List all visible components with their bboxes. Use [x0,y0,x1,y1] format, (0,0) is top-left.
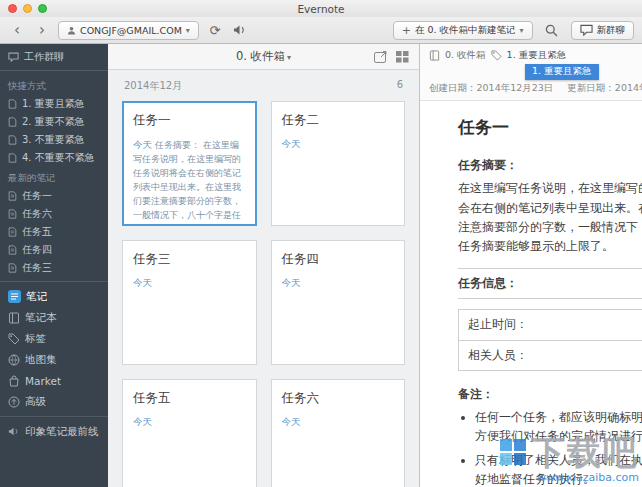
caret-down-icon: ▾ [519,26,523,35]
month-label: 2014年12月 [124,79,182,93]
note-title[interactable]: 任务一 [458,114,642,141]
note-card[interactable]: 任务二 今天 [271,101,406,226]
tag-input[interactable]: 1. 重要且紧急 [507,49,567,62]
megaphone-icon [233,24,247,36]
notes-icon [8,290,21,303]
nav-label: 地图集 [25,353,57,367]
card-date: 今天 [282,277,395,290]
info-table-header: 任务信息： [458,268,642,299]
summary-label: 任务摘要： [458,156,642,175]
sidebar-item-atlas[interactable]: 地图集 [0,349,108,370]
sync-button[interactable]: ⟳ [206,21,224,39]
card-date: 今天 [133,277,246,290]
tag-icon [8,333,20,345]
sidebar-shortcut-3[interactable]: 3. 不重要紧急 [0,131,108,149]
sidebar-item-market[interactable]: Market [0,370,108,391]
updated-date: 更新日期：2014年12月23日 [567,82,642,93]
sidebar-item-tags[interactable]: 标签 [0,328,108,349]
card-title: 任务三 [133,251,246,268]
share-view-button[interactable] [374,50,388,63]
notebook-icon [8,312,20,324]
shortcuts-header: 快捷方式 [0,75,108,95]
card-title: 任务五 [133,390,246,407]
recent-note-item[interactable]: 任务六 [0,205,108,223]
note-info-bar: 0. 收件箱 1. 重要且紧急 1. 重要且紧急 创建日期：2014年12月23… [420,44,642,101]
card-date: 今天 [133,139,152,150]
new-chat-button[interactable]: 新群聊 [571,21,635,40]
card-date: 今天 [133,416,246,429]
plus-icon: + [402,25,411,36]
watermark: 下载吧 www.xiazaiba.com [500,435,639,484]
created-date: 创建日期：2014年12月23日 [429,82,553,93]
sidebar-shortcut-2[interactable]: 2. 重要不紧急 [0,113,108,131]
back-button[interactable]: ‹ [8,21,26,39]
account-switcher[interactable]: CONGJF@GMAIL.COM ▾ [58,21,199,40]
notebook-title-dropdown[interactable]: 0. 收件箱▾ [108,49,419,64]
recent-note-label: 任务一 [22,189,52,203]
recent-note-item[interactable]: 任务三 [0,259,108,277]
sidebar-divider [0,70,108,71]
recent-note-item[interactable]: 任务五 [0,223,108,241]
sidebar-item-notes[interactable]: 笔记 [0,286,108,307]
forward-button[interactable]: › [33,21,51,39]
note-icon [8,263,17,273]
note-card-selected[interactable]: 任务一 今天任务摘要： 在这里编写任务说明，在这里编写的任务说明将会在右侧的笔记… [122,101,257,226]
sidebar-item-notebooks[interactable]: 笔记本 [0,307,108,328]
shortcut-label: 4. 不重要不紧急 [22,151,95,165]
note-content-scroll[interactable]: 任务一 任务摘要： 在这里编写任务说明，在这里编写的任务说明将会在右侧的笔记列表… [420,101,642,487]
card-date: 今天 [282,138,395,151]
recent-note-item[interactable]: 任务四 [0,241,108,259]
note-card[interactable]: 任务四 今天 [271,240,406,365]
share-icon [374,50,388,63]
search-button[interactable] [543,21,561,39]
arrow-up-circle-icon [8,396,20,408]
announcements-button[interactable] [231,21,249,39]
shortcut-label: 1. 重要且紧急 [22,97,85,111]
summary-text: 在这里编写任务说明，在这里编写的任务说明将会在右侧的笔记列表中呈现出来。在这里我… [458,179,642,256]
card-title: 任务一 [133,112,246,129]
view-options-button[interactable] [396,51,409,63]
shortcut-icon [8,135,17,145]
watermark-url: www.xiazaiba.com [500,471,639,484]
card-title: 任务六 [282,390,395,407]
recent-notes-header: 最新的笔记 [0,167,108,187]
notes-label: 备注： [458,385,642,404]
sidebar-item-work-chat[interactable]: 工作群聊 [0,48,108,66]
sidebar-item-label: 工作群聊 [24,50,64,64]
chat-bubble-icon [580,24,593,36]
sidebar-shortcut-1[interactable]: 1. 重要且紧急 [0,95,108,113]
recent-note-label: 任务五 [22,225,52,239]
new-note-button[interactable]: + 在 0. 收件箱中新建笔记 ▾ [393,21,533,40]
note-list-header: 0. 收件箱▾ [108,44,419,70]
tag-icon [491,50,502,61]
nav-label: 笔记本 [25,311,57,325]
shopping-bag-icon [8,375,20,387]
recent-note-label: 任务六 [22,207,52,221]
shortcut-icon [8,153,17,163]
grid-view-icon [396,51,409,63]
info-row-people: 相关人员： [459,340,642,370]
xiazaiba-logo-icon [500,439,526,465]
note-content[interactable]: 任务一 任务摘要： 在这里编写任务说明，在这里编写的任务说明将会在右侧的笔记列表… [420,101,642,487]
chevron-left-icon: ‹ [14,23,20,38]
sidebar-item-frontline[interactable]: 印象笔记最前线 [0,421,108,442]
note-icon [8,191,17,201]
sidebar-item-premium[interactable]: 高级 [0,391,108,412]
recent-note-item[interactable]: 任务一 [0,187,108,205]
note-card[interactable]: 任务六 今天 [271,379,406,487]
note-cards-area: 2014年12月 6 任务一 今天任务摘要： 在这里编写任务说明，在这里编写的任… [108,70,419,487]
note-card[interactable]: 任务三 今天 [122,240,257,365]
sidebar-shortcut-4[interactable]: 4. 不重要不紧急 [0,149,108,167]
titlebar: Evernote [0,0,642,17]
recent-note-label: 任务四 [22,243,52,257]
note-card[interactable]: 任务五 今天 [122,379,257,487]
search-icon [545,24,558,37]
card-snippet: 今天任务摘要： 在这里编写任务说明，在这里编写的任务说明将会在右侧的笔记列表中呈… [133,138,246,226]
month-group-header: 2014年12月 6 [122,79,405,93]
notebook-selector[interactable]: 0. 收件箱 [445,49,486,62]
tag-suggestion-highlighted[interactable]: 1. 重要且紧急 [525,64,599,80]
card-title: 任务四 [282,251,395,268]
shortcut-label: 2. 重要不紧急 [22,115,85,129]
chevron-right-icon: › [39,23,45,38]
note-icon [8,245,17,255]
